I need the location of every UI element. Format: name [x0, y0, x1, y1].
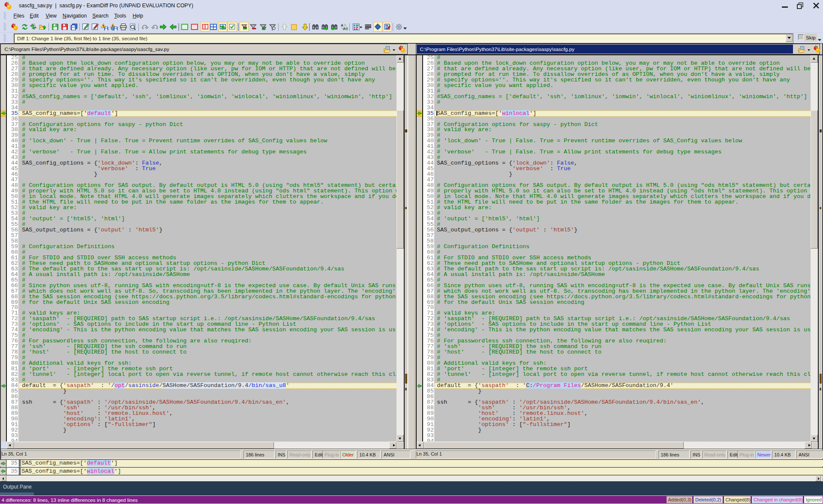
svg-text:B: B [344, 23, 346, 27]
svg-text:A: A [343, 27, 345, 30]
svg-text:A: A [341, 23, 343, 27]
svg-text:B: B [345, 27, 348, 30]
